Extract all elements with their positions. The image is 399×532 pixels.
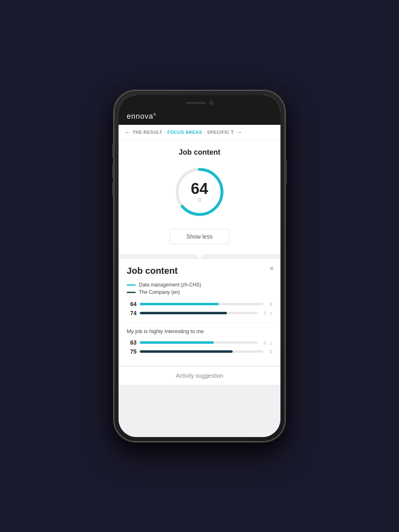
sub-bar-track-63: [140, 341, 258, 344]
bar-track-64: [140, 303, 263, 305]
screen-content: Job content 64 0 Show less: [119, 140, 280, 437]
legend-item-cyan: Data management (zh-CHS): [127, 282, 272, 288]
legend-label-dark: The Company (en): [139, 289, 180, 295]
score-card-title: Job content: [179, 148, 220, 157]
legend-line-cyan: [127, 284, 136, 286]
speaker: [186, 102, 206, 104]
main-bars: 64 0 74 1 ↑: [127, 301, 272, 316]
breadcrumb-result[interactable]: THE RESULT: [132, 130, 162, 135]
sub-bar-row-75: 75 0: [127, 348, 272, 355]
brand-bar: ennova®: [119, 110, 280, 125]
phone-frame: ennova® ← THE RESULT › FOCUS AREAS › SPE…: [114, 90, 285, 442]
back-arrow[interactable]: ←: [125, 129, 131, 135]
sub-bars: 63 -1 ↓ 75 0: [127, 339, 272, 355]
bar-fill-74: [140, 312, 227, 314]
circle-sub: 0: [191, 197, 208, 203]
notch: [171, 97, 228, 108]
legend: Data management (zh-CHS) The Company (en…: [127, 282, 272, 295]
sub-bar-fill-75: [140, 350, 233, 353]
sub-bar-row-63: 63 -1 ↓: [127, 339, 272, 346]
sub-bar-change-75: 0: [267, 349, 272, 354]
phone-screen: ennova® ← THE RESULT › FOCUS AREAS › SPE…: [119, 95, 280, 437]
forward-arrow[interactable]: →: [236, 129, 242, 135]
sub-question: My job is highly interesting to me: [127, 328, 272, 334]
sub-bar-fill-63: [140, 341, 214, 344]
circle-score: 64: [191, 181, 208, 196]
divider: [127, 322, 272, 322]
activity-label[interactable]: Activity suggestion: [127, 372, 272, 379]
breadcrumb-sep-2: ›: [204, 129, 205, 135]
score-card: Job content 64 0 Show less: [119, 140, 280, 254]
detail-panel: × Job content Data management (zh-CHS) T…: [119, 259, 280, 365]
show-less-button[interactable]: Show less: [170, 229, 229, 244]
sub-bar-change-63: -1: [261, 340, 267, 345]
section-gap: [119, 254, 280, 259]
score-circle: 64 0: [171, 163, 228, 221]
breadcrumb-specific[interactable]: SPECIFIC T: [207, 130, 234, 135]
up-arrow-74: ↑: [270, 310, 273, 316]
close-button[interactable]: ×: [269, 265, 274, 272]
bar-value-74: 74: [127, 310, 137, 316]
sub-bar-track-75: [140, 350, 263, 353]
detail-title: Job content: [127, 266, 272, 276]
camera: [209, 101, 213, 105]
notch-bar: [119, 95, 280, 110]
bar-change-64: 0: [267, 302, 272, 307]
bar-value-64: 64: [127, 301, 137, 307]
bar-change-74: 1: [261, 311, 267, 316]
bar-track-74: [140, 312, 258, 314]
breadcrumb-focus[interactable]: FOCUS AREAS: [167, 130, 202, 135]
bar-row-74: 74 1 ↑: [127, 310, 272, 316]
sub-bar-value-63: 63: [127, 339, 137, 346]
legend-item-dark: The Company (en): [127, 289, 272, 295]
down-arrow-63: ↓: [270, 340, 273, 346]
breadcrumb-sep-1: ›: [164, 129, 166, 135]
circle-center: 64 0: [191, 181, 208, 203]
legend-label-cyan: Data management (zh-CHS): [139, 282, 201, 288]
bar-row-64: 64 0: [127, 301, 272, 307]
bar-fill-64: [140, 303, 219, 305]
breadcrumb[interactable]: ← THE RESULT › FOCUS AREAS › SPECIFIC T …: [119, 125, 280, 140]
brand-name: ennova®: [127, 112, 157, 121]
sub-bar-value-75: 75: [127, 348, 137, 355]
legend-line-dark: [127, 292, 136, 293]
activity-bar[interactable]: Activity suggestion: [119, 366, 280, 385]
